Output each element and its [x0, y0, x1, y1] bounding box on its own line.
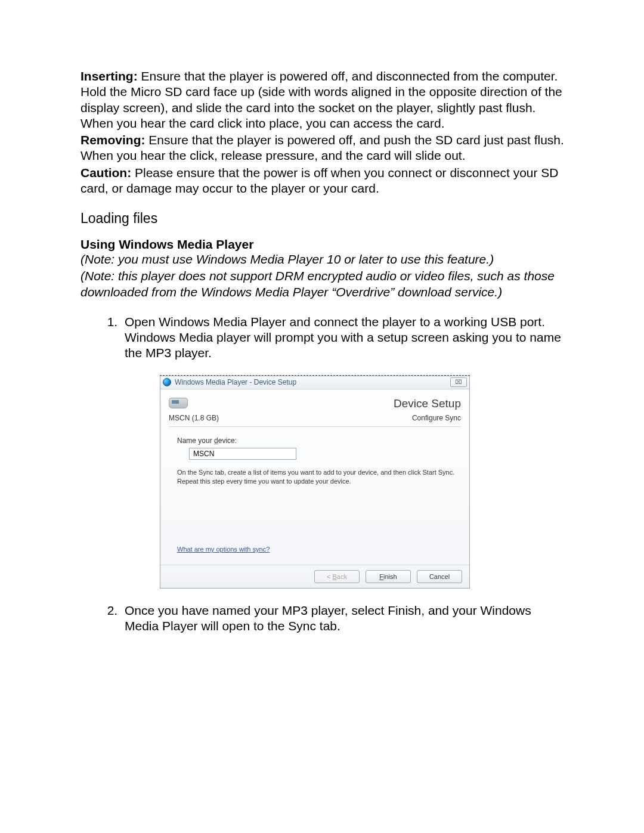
device-name-size: MSCN (1.8 GB) — [169, 414, 219, 423]
step-1: Open Windows Media Player and connect th… — [121, 314, 566, 361]
caution-label: Caution: — [80, 166, 131, 179]
sync-instructions: On the Sync tab, create a list of items … — [177, 468, 460, 486]
inserting-label: Inserting: — [80, 69, 138, 83]
inserting-text: Ensure that the player is powered off, a… — [80, 69, 562, 130]
note-1: (Note: you must use Windows Media Player… — [80, 252, 566, 267]
document-page: Inserting: Ensure that the player is pow… — [80, 69, 566, 634]
back-button: < Back — [314, 570, 360, 583]
device-setup-heading: Device Setup — [394, 397, 461, 411]
subheading: Using Windows Media Player — [80, 237, 566, 252]
cut-line — [160, 372, 470, 376]
step-2: Once you have named your MP3 player, sel… — [121, 603, 566, 634]
back-post: ack — [337, 573, 347, 580]
wmp-icon — [163, 378, 171, 386]
close-button[interactable]: ⌧ — [450, 377, 467, 387]
caution-text: Please ensure that the power is off when… — [80, 166, 559, 195]
steps-list: Open Windows Media Player and connect th… — [80, 314, 566, 634]
dialog-button-bar: < Back Finish Cancel — [160, 565, 469, 588]
name-label-pre: Name your — [177, 436, 214, 445]
dialog-header-row: Device Setup — [169, 394, 461, 414]
finish-post: inish — [383, 573, 397, 580]
name-label-post: evice: — [218, 436, 237, 445]
name-device-label: Name your device: — [177, 436, 461, 445]
inserting-paragraph: Inserting: Ensure that the player is pow… — [80, 69, 566, 131]
device-icon — [169, 398, 188, 408]
section-heading: Loading files — [80, 210, 566, 227]
sync-options-link[interactable]: What are my options with sync? — [177, 546, 270, 554]
removing-label: Removing: — [80, 133, 145, 147]
removing-paragraph: Removing: Ensure that the player is powe… — [80, 132, 566, 164]
configure-sync-label: Configure Sync — [412, 414, 461, 423]
note-2: (Note: this player does not support DRM … — [80, 268, 566, 300]
back-pre: < — [327, 573, 332, 580]
dialog-frame: Windows Media Player - Device Setup ⌧ De… — [160, 376, 470, 589]
device-setup-dialog: Windows Media Player - Device Setup ⌧ De… — [160, 372, 470, 589]
caution-paragraph: Caution: Please ensure that the power is… — [80, 165, 566, 197]
dialog-body: Device Setup MSCN (1.8 GB) Configure Syn… — [160, 389, 469, 565]
dialog-titlebar: Windows Media Player - Device Setup ⌧ — [160, 376, 469, 389]
back-u: B — [333, 573, 337, 580]
cancel-button[interactable]: Cancel — [417, 570, 462, 583]
device-name-input[interactable] — [189, 448, 296, 460]
name-input-row — [189, 448, 461, 460]
dialog-title: Windows Media Player - Device Setup — [175, 378, 450, 387]
name-label-underlined: d — [214, 436, 218, 445]
finish-button[interactable]: Finish — [366, 570, 411, 583]
removing-text: Ensure that the player is powered off, a… — [80, 133, 564, 162]
dialog-subheader: MSCN (1.8 GB) Configure Sync — [169, 414, 461, 427]
